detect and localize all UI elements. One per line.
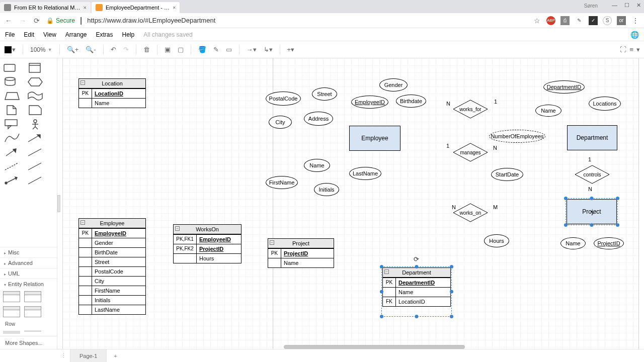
kebab-icon[interactable]: ⋮ bbox=[631, 17, 640, 25]
maximize-icon[interactable]: ☐ bbox=[624, 2, 629, 9]
er-thumb[interactable] bbox=[3, 306, 20, 317]
menu-extras[interactable]: Extras bbox=[96, 31, 113, 38]
close-icon[interactable]: × bbox=[83, 5, 86, 11]
shape-hex[interactable] bbox=[26, 76, 44, 87]
sidebar-cat-advanced[interactable]: Advanced bbox=[0, 257, 57, 268]
shape-actor[interactable] bbox=[26, 119, 44, 130]
attr-startdate[interactable]: StartDate bbox=[491, 168, 523, 181]
shape-cyl[interactable] bbox=[3, 76, 21, 87]
line-color-icon[interactable]: ✎ bbox=[213, 46, 219, 53]
er-thumb[interactable] bbox=[24, 291, 41, 302]
tab-grip-icon[interactable]: ⋮ bbox=[57, 349, 70, 362]
entity-employee[interactable]: Employee bbox=[349, 126, 400, 151]
shape-rect[interactable] bbox=[3, 62, 21, 73]
browser-tab-0[interactable]: From ER to Relational M… × bbox=[0, 2, 91, 13]
attr-lastname[interactable]: LastName bbox=[349, 167, 381, 180]
shape-wave[interactable] bbox=[26, 90, 44, 102]
table-department[interactable]: −Department PKDepartmentID Name FKLocati… bbox=[382, 267, 451, 307]
redo-icon[interactable]: ↷ bbox=[123, 46, 129, 53]
page-tab[interactable]: Page-1 bbox=[70, 349, 107, 362]
zoom-in-icon[interactable]: 🔍+ bbox=[67, 46, 79, 53]
table-workson[interactable]: −WorksOn PK,FK1EmployeeID PK,FK2ProjectI… bbox=[173, 224, 242, 263]
shape-callout[interactable] bbox=[3, 119, 21, 130]
shape-dashed[interactable] bbox=[3, 161, 21, 172]
extension-icon[interactable]: or bbox=[617, 16, 626, 25]
sidebar-cat-misc[interactable]: Misc bbox=[0, 247, 57, 257]
rel-works-for[interactable]: works_for bbox=[453, 100, 488, 119]
attr-name-emp[interactable]: Name bbox=[304, 159, 330, 172]
menu-file[interactable]: File bbox=[5, 31, 15, 38]
profile-name[interactable]: Søren bbox=[584, 3, 598, 9]
menu-help[interactable]: Help bbox=[122, 31, 135, 38]
attr-departmentid[interactable]: DepartmentID bbox=[543, 80, 585, 94]
er-thumb[interactable] bbox=[3, 291, 20, 302]
attr-city[interactable]: City bbox=[269, 116, 292, 129]
rel-works-on[interactable]: works_on bbox=[453, 203, 488, 222]
attr-postalcode[interactable]: PostalCode bbox=[266, 92, 301, 106]
abp-extension-icon[interactable]: ABP bbox=[546, 16, 555, 25]
attr-employeeid[interactable]: EmployeeID bbox=[351, 96, 388, 109]
shape-arrow2[interactable] bbox=[26, 133, 44, 144]
menu-view[interactable]: View bbox=[43, 31, 56, 38]
extension-icon[interactable]: ✓ bbox=[589, 16, 598, 25]
zoom-out-icon[interactable]: 🔍- bbox=[86, 46, 96, 53]
menu-arrange[interactable]: Arrange bbox=[65, 31, 87, 38]
view-dropdown[interactable]: ▾ bbox=[4, 46, 16, 54]
fullscreen-icon[interactable]: ⛶ bbox=[620, 46, 626, 53]
shape-curve[interactable] bbox=[3, 133, 21, 144]
shape-doc[interactable] bbox=[3, 105, 21, 116]
reload-icon[interactable]: ⟳ bbox=[32, 17, 41, 25]
close-window-icon[interactable]: ✕ bbox=[636, 2, 641, 9]
attr-initials[interactable]: Initials bbox=[314, 183, 339, 196]
format-panel-icon[interactable]: ≡ bbox=[629, 46, 633, 53]
more-shapes-button[interactable]: More Shapes... bbox=[0, 336, 57, 349]
extension-icon[interactable]: ⎙ bbox=[560, 16, 570, 25]
entity-department[interactable]: Department bbox=[567, 125, 617, 150]
undo-icon[interactable]: ↶ bbox=[111, 46, 116, 53]
attr-birthdate[interactable]: Birthdate bbox=[396, 95, 426, 108]
shadow-icon[interactable]: ▭ bbox=[226, 46, 232, 53]
sidebar-cat-uml[interactable]: UML bbox=[0, 268, 57, 279]
table-employee[interactable]: −Employee PKEmployeeID Gender BirthDate … bbox=[78, 218, 146, 315]
shape-line3[interactable] bbox=[26, 175, 44, 186]
to-front-icon[interactable]: ▣ bbox=[165, 46, 171, 53]
table-location[interactable]: −Location PKLocationID Name bbox=[78, 78, 146, 108]
rel-controls[interactable]: controls bbox=[575, 165, 610, 184]
canvas[interactable]: −Location PKLocationID Name −Employee PK… bbox=[57, 58, 644, 349]
fill-color-icon[interactable]: 🪣 bbox=[198, 46, 206, 53]
minimize-icon[interactable]: — bbox=[612, 2, 617, 9]
shape-arrow-up[interactable] bbox=[3, 147, 21, 158]
extension-icon[interactable]: S bbox=[603, 16, 612, 25]
attr-address[interactable]: Address bbox=[304, 112, 333, 126]
language-icon[interactable]: 🌐 bbox=[630, 31, 639, 39]
collapse-icon[interactable]: ▾ bbox=[636, 46, 640, 53]
bookmark-icon[interactable]: ☆ bbox=[532, 16, 541, 25]
er-thumb-row[interactable] bbox=[3, 331, 20, 334]
rotate-handle-icon[interactable]: ⟳ bbox=[414, 255, 419, 263]
shape-card[interactable] bbox=[26, 105, 44, 116]
shape-conn[interactable] bbox=[3, 175, 21, 186]
shape-line2[interactable] bbox=[26, 161, 44, 172]
zoom-input[interactable]: 100%▼ bbox=[30, 46, 52, 53]
url-field[interactable]: https://www.draw.io/#LEmployeeDepartment bbox=[87, 17, 527, 24]
browser-tab-1[interactable]: EmployeeDepartment - … × bbox=[92, 2, 180, 13]
attr-name-proj[interactable]: Name bbox=[560, 237, 586, 249]
menu-edit[interactable]: Edit bbox=[24, 31, 34, 38]
rel-manages[interactable]: manages bbox=[453, 143, 488, 162]
table-project[interactable]: −Project PKProjectID Name bbox=[268, 238, 334, 268]
attr-gender[interactable]: Gender bbox=[379, 78, 408, 92]
waypoint-icon[interactable]: ↳▾ bbox=[264, 46, 273, 53]
attr-hours[interactable]: Hours bbox=[484, 234, 509, 247]
secure-indicator[interactable]: 🔒 Secure bbox=[46, 17, 75, 24]
add-page-icon[interactable]: + bbox=[107, 353, 124, 359]
sidebar-toggle[interactable] bbox=[57, 195, 60, 212]
shape-line[interactable] bbox=[26, 147, 44, 158]
attr-numberofemployees[interactable]: NumberOfEmployees bbox=[489, 130, 545, 143]
back-icon[interactable]: ← bbox=[4, 17, 13, 25]
connection-icon[interactable]: →▾ bbox=[247, 46, 257, 53]
close-icon[interactable]: × bbox=[173, 5, 176, 11]
er-thumb-row[interactable] bbox=[24, 331, 41, 334]
delete-icon[interactable]: 🗑 bbox=[143, 46, 150, 53]
attr-locations[interactable]: Locations bbox=[589, 97, 621, 111]
er-thumb[interactable] bbox=[24, 306, 41, 317]
